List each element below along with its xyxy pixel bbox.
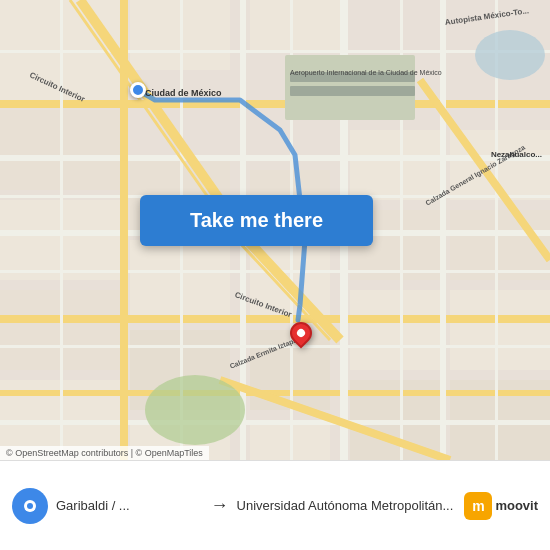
to-location: Universidad Autónoma Metropolitán... (237, 498, 457, 513)
from-location: Garibaldi / ... (56, 498, 203, 513)
bottom-bar: Garibaldi / ... → Universidad Autónoma M… (0, 460, 550, 550)
destination-pin (285, 317, 316, 348)
svg-rect-27 (0, 315, 550, 323)
svg-rect-51 (290, 86, 415, 96)
destination-pin-dot (295, 327, 306, 338)
origin-icon (12, 488, 48, 524)
origin-marker (130, 82, 146, 98)
moovit-text: moovit (495, 498, 538, 513)
road-label-cdmx: Ciudad de México (145, 88, 222, 98)
svg-rect-11 (250, 0, 340, 50)
destination-marker (290, 322, 312, 350)
svg-rect-30 (0, 50, 550, 53)
svg-rect-29 (0, 420, 550, 425)
direction-arrow: → (211, 495, 229, 516)
svg-point-53 (145, 375, 245, 445)
map-container: Circuito Interior Circuito Interior Auto… (0, 0, 550, 460)
map-attribution: © OpenStreetMap contributors | © OpenMap… (0, 446, 209, 460)
take-me-there-button[interactable]: Take me there (140, 195, 373, 246)
svg-rect-16 (350, 130, 440, 200)
road-label-aeropuerto: Aeropuerto Internacional de la Ciudad de… (290, 68, 375, 77)
moovit-icon: m (464, 492, 492, 520)
svg-rect-18 (350, 290, 440, 370)
moovit-logo: m moovit (464, 492, 538, 520)
svg-point-55 (27, 503, 33, 509)
svg-rect-25 (0, 155, 550, 161)
road-label-nezahualco: Nezahualco... (491, 150, 542, 159)
svg-rect-38 (60, 0, 63, 460)
svg-point-52 (475, 30, 545, 80)
svg-rect-22 (450, 290, 550, 370)
